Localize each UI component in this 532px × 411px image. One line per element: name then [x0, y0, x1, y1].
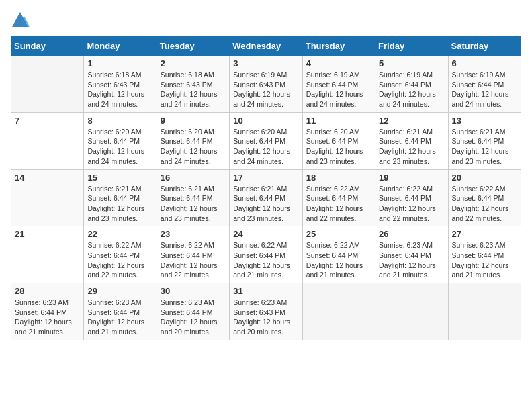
calendar-cell: 29Sunrise: 6:23 AM Sunset: 6:44 PM Dayli… [84, 283, 157, 340]
calendar-cell: 23Sunrise: 6:22 AM Sunset: 6:44 PM Dayli… [157, 226, 229, 283]
day-info: Sunrise: 6:19 AM Sunset: 6:43 PM Dayligh… [233, 70, 298, 109]
calendar-cell: 9Sunrise: 6:20 AM Sunset: 6:44 PM Daylig… [157, 112, 229, 169]
calendar-week-row: 78Sunrise: 6:20 AM Sunset: 6:44 PM Dayli… [11, 112, 521, 169]
day-number: 9 [161, 116, 226, 126]
calendar-header-row: SundayMondayTuesdayWednesdayThursdayFrid… [11, 37, 521, 56]
calendar-cell: 16Sunrise: 6:21 AM Sunset: 6:44 PM Dayli… [157, 169, 229, 226]
day-info: Sunrise: 6:19 AM Sunset: 6:44 PM Dayligh… [306, 70, 371, 109]
day-number: 16 [161, 173, 226, 183]
day-number: 28 [15, 286, 80, 296]
column-header-monday: Monday [84, 37, 157, 56]
day-info: Sunrise: 6:18 AM Sunset: 6:43 PM Dayligh… [161, 70, 226, 109]
day-info: Sunrise: 6:22 AM Sunset: 6:44 PM Dayligh… [306, 184, 371, 224]
day-number: 12 [379, 116, 444, 126]
day-info: Sunrise: 6:22 AM Sunset: 6:44 PM Dayligh… [379, 184, 444, 224]
day-number: 19 [379, 173, 444, 183]
column-header-thursday: Thursday [302, 37, 375, 56]
day-number: 18 [306, 173, 371, 183]
calendar-cell: 19Sunrise: 6:22 AM Sunset: 6:44 PM Dayli… [375, 169, 448, 226]
page-header [11, 11, 521, 30]
calendar-cell: 7 [11, 112, 84, 169]
day-number: 20 [452, 173, 517, 183]
calendar-week-row: 28Sunrise: 6:23 AM Sunset: 6:44 PM Dayli… [11, 283, 521, 340]
day-number: 17 [233, 173, 298, 183]
day-info: Sunrise: 6:20 AM Sunset: 6:44 PM Dayligh… [87, 127, 152, 167]
calendar-cell: 11Sunrise: 6:20 AM Sunset: 6:44 PM Dayli… [302, 112, 375, 169]
day-info: Sunrise: 6:23 AM Sunset: 6:44 PM Dayligh… [87, 298, 152, 337]
day-info: Sunrise: 6:19 AM Sunset: 6:44 PM Dayligh… [379, 70, 444, 109]
calendar-cell: 2Sunrise: 6:18 AM Sunset: 6:43 PM Daylig… [157, 56, 229, 113]
day-info: Sunrise: 6:22 AM Sunset: 6:44 PM Dayligh… [452, 184, 517, 224]
day-info: Sunrise: 6:22 AM Sunset: 6:44 PM Dayligh… [233, 240, 298, 280]
day-number: 10 [233, 116, 298, 126]
day-number: 4 [306, 58, 371, 68]
day-info: Sunrise: 6:21 AM Sunset: 6:44 PM Dayligh… [379, 127, 444, 167]
day-number: 30 [161, 286, 226, 296]
day-info: Sunrise: 6:22 AM Sunset: 6:44 PM Dayligh… [306, 240, 371, 280]
day-info: Sunrise: 6:18 AM Sunset: 6:43 PM Dayligh… [87, 70, 152, 109]
day-number: 13 [452, 116, 517, 126]
day-number: 8 [87, 116, 152, 126]
calendar-cell: 26Sunrise: 6:23 AM Sunset: 6:44 PM Dayli… [375, 226, 448, 283]
calendar-cell: 21 [11, 226, 84, 283]
day-info: Sunrise: 6:21 AM Sunset: 6:44 PM Dayligh… [161, 184, 226, 224]
calendar-week-row: 1Sunrise: 6:18 AM Sunset: 6:43 PM Daylig… [11, 56, 521, 113]
day-info: Sunrise: 6:20 AM Sunset: 6:44 PM Dayligh… [161, 127, 226, 167]
day-number: 29 [87, 286, 152, 296]
day-number: 7 [15, 116, 80, 126]
calendar-cell: 22Sunrise: 6:22 AM Sunset: 6:44 PM Dayli… [84, 226, 157, 283]
calendar-cell [11, 56, 84, 113]
calendar-cell: 1Sunrise: 6:18 AM Sunset: 6:43 PM Daylig… [84, 56, 157, 113]
calendar-cell: 13Sunrise: 6:21 AM Sunset: 6:44 PM Dayli… [448, 112, 521, 169]
day-info: Sunrise: 6:22 AM Sunset: 6:44 PM Dayligh… [87, 240, 152, 280]
calendar-cell: 6Sunrise: 6:19 AM Sunset: 6:44 PM Daylig… [448, 56, 521, 113]
calendar-cell [375, 283, 448, 340]
day-number: 3 [233, 58, 298, 68]
day-info: Sunrise: 6:21 AM Sunset: 6:44 PM Dayligh… [233, 184, 298, 224]
logo-icon [11, 11, 30, 30]
day-number: 2 [161, 58, 226, 68]
day-info: Sunrise: 6:23 AM Sunset: 6:44 PM Dayligh… [15, 298, 80, 337]
day-info: Sunrise: 6:23 AM Sunset: 6:44 PM Dayligh… [379, 240, 444, 280]
day-number: 11 [306, 116, 371, 126]
column-header-sunday: Sunday [11, 37, 84, 56]
calendar-cell: 8Sunrise: 6:20 AM Sunset: 6:44 PM Daylig… [84, 112, 157, 169]
calendar-cell: 3Sunrise: 6:19 AM Sunset: 6:43 PM Daylig… [230, 56, 302, 113]
column-header-tuesday: Tuesday [157, 37, 229, 56]
column-header-wednesday: Wednesday [230, 37, 302, 56]
day-info: Sunrise: 6:20 AM Sunset: 6:44 PM Dayligh… [306, 127, 371, 167]
calendar-cell: 25Sunrise: 6:22 AM Sunset: 6:44 PM Dayli… [302, 226, 375, 283]
calendar-cell [448, 283, 521, 340]
day-info: Sunrise: 6:22 AM Sunset: 6:44 PM Dayligh… [161, 240, 226, 280]
day-number: 27 [452, 229, 517, 239]
calendar-cell: 14 [11, 169, 84, 226]
logo [11, 11, 32, 30]
day-number: 31 [233, 286, 298, 296]
day-number: 5 [379, 58, 444, 68]
calendar-cell: 15Sunrise: 6:21 AM Sunset: 6:44 PM Dayli… [84, 169, 157, 226]
calendar-week-row: 1415Sunrise: 6:21 AM Sunset: 6:44 PM Day… [11, 169, 521, 226]
column-header-saturday: Saturday [448, 37, 521, 56]
day-number: 25 [306, 229, 371, 239]
day-info: Sunrise: 6:23 AM Sunset: 6:43 PM Dayligh… [233, 298, 298, 337]
column-header-friday: Friday [375, 37, 448, 56]
calendar-cell: 28Sunrise: 6:23 AM Sunset: 6:44 PM Dayli… [11, 283, 84, 340]
day-info: Sunrise: 6:23 AM Sunset: 6:44 PM Dayligh… [161, 298, 226, 337]
calendar-cell: 12Sunrise: 6:21 AM Sunset: 6:44 PM Dayli… [375, 112, 448, 169]
day-number: 23 [161, 229, 226, 239]
calendar-table: SundayMondayTuesdayWednesdayThursdayFrid… [11, 36, 521, 340]
calendar-cell: 24Sunrise: 6:22 AM Sunset: 6:44 PM Dayli… [230, 226, 302, 283]
day-info: Sunrise: 6:23 AM Sunset: 6:44 PM Dayligh… [452, 240, 517, 280]
day-number: 14 [15, 173, 80, 183]
day-number: 24 [233, 229, 298, 239]
day-number: 6 [452, 58, 517, 68]
day-info: Sunrise: 6:21 AM Sunset: 6:44 PM Dayligh… [452, 127, 517, 167]
calendar-cell [302, 283, 375, 340]
day-info: Sunrise: 6:20 AM Sunset: 6:44 PM Dayligh… [233, 127, 298, 167]
day-number: 26 [379, 229, 444, 239]
calendar-cell: 18Sunrise: 6:22 AM Sunset: 6:44 PM Dayli… [302, 169, 375, 226]
day-info: Sunrise: 6:21 AM Sunset: 6:44 PM Dayligh… [87, 184, 152, 224]
day-info: Sunrise: 6:19 AM Sunset: 6:44 PM Dayligh… [452, 70, 517, 109]
calendar-cell: 4Sunrise: 6:19 AM Sunset: 6:44 PM Daylig… [302, 56, 375, 113]
calendar-cell: 31Sunrise: 6:23 AM Sunset: 6:43 PM Dayli… [230, 283, 302, 340]
